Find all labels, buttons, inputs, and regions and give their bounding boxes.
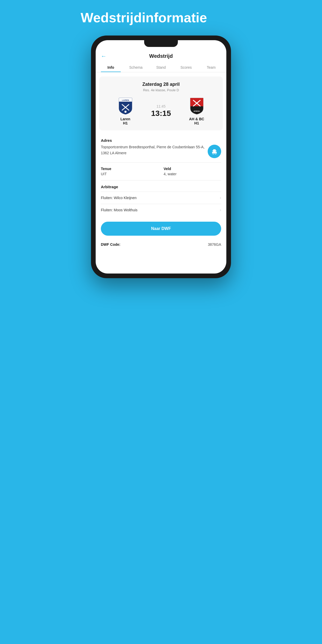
address-row: Topsportcentrum Breedtesporthal, Pierre … <box>101 144 221 158</box>
tenue-col: Tenue UIT <box>101 167 158 176</box>
back-button[interactable]: ← <box>101 53 107 60</box>
dwf-code-value: 3876GA <box>208 242 221 247</box>
arbitrage-label: Arbitrage <box>101 185 221 189</box>
tab-scores[interactable]: Scores <box>173 63 199 72</box>
veld-label: Veld <box>164 167 221 171</box>
match-date: Zaterdag 28 april <box>103 82 219 87</box>
svg-point-4 <box>124 111 127 113</box>
svg-text:LAREN: LAREN <box>122 99 129 101</box>
tab-schema[interactable]: Schema <box>123 63 149 72</box>
veld-col: Veld 4, water <box>164 167 221 176</box>
arbitrage-text-1: Fluiten: Wilco Kleijnen <box>101 196 137 200</box>
tab-bar: Info Schema Stand Scores Team <box>96 63 226 72</box>
home-team-logo: LAREN <box>116 97 135 115</box>
veld-value: 4, water <box>164 172 221 176</box>
dwf-section: Naar DWF <box>96 218 226 239</box>
svg-rect-12 <box>212 151 213 152</box>
match-score: 13:15 <box>151 109 171 118</box>
svg-rect-13 <box>216 151 217 152</box>
chevron-icon-2: › <box>220 208 221 212</box>
match-league: Res. 4e klasse, Poule D <box>103 88 219 92</box>
dwf-button[interactable]: Naar DWF <box>101 222 221 236</box>
svg-point-11 <box>215 153 216 154</box>
car-icon <box>211 148 218 155</box>
match-teams: LAREN Laren H1 11:45 13:15 <box>103 97 219 125</box>
divider-1 <box>101 162 221 163</box>
phone-mockup: ← Wedstrijd Info Schema Stand Scores Tea… <box>91 36 231 278</box>
tab-info[interactable]: Info <box>98 63 123 72</box>
address-section: Adres Topsportcentrum Breedtesporthal, P… <box>96 135 226 162</box>
away-team: ah&bc AH & BC H1 <box>175 97 219 125</box>
screen-title: Wedstrijd <box>149 53 173 59</box>
divider-2 <box>101 180 221 180</box>
svg-text:ah&bc: ah&bc <box>193 110 200 112</box>
arbitrage-item-1[interactable]: Fluiten: Wilco Kleijnen › <box>101 192 221 204</box>
home-team-name: Laren H1 <box>120 117 130 125</box>
page-background-title: Wedstrijdinformatie <box>81 10 241 25</box>
chevron-icon-1: › <box>220 195 221 200</box>
address-label: Adres <box>101 138 221 143</box>
match-time: 11:45 <box>156 104 165 108</box>
phone-notch <box>144 40 178 47</box>
arbitrage-text-2: Fluiten: Moos Wolthuis <box>101 208 137 212</box>
navigate-button[interactable] <box>208 145 221 158</box>
tab-team[interactable]: Team <box>199 63 224 72</box>
phone-screen: ← Wedstrijd Info Schema Stand Scores Tea… <box>96 40 226 274</box>
arbitrage-item-2[interactable]: Fluiten: Moos Wolthuis › <box>101 204 221 216</box>
two-col: Tenue UIT Veld 4, water <box>101 167 221 176</box>
address-text: Topsportcentrum Breedtesporthal, Pierre … <box>101 144 205 156</box>
dwf-code-label: DWF Code: <box>101 242 120 247</box>
dwf-code-row: DWF Code: 3876GA <box>96 239 226 251</box>
arbitrage-section: Arbitrage Fluiten: Wilco Kleijnen › Flui… <box>96 181 226 218</box>
match-card: Zaterdag 28 april Res. 4e klasse, Poule … <box>99 76 223 130</box>
tenue-value: UIT <box>101 172 158 176</box>
tenue-label: Tenue <box>101 167 158 171</box>
home-team: LAREN Laren H1 <box>103 97 147 125</box>
svg-rect-5 <box>190 98 203 106</box>
away-team-logo: ah&bc <box>188 97 206 115</box>
tab-stand[interactable]: Stand <box>149 63 174 72</box>
away-team-name: AH & BC H1 <box>189 117 204 125</box>
svg-point-10 <box>213 153 214 154</box>
tenue-veld-section: Tenue UIT Veld 4, water <box>96 163 226 180</box>
score-block: 11:45 13:15 <box>149 104 173 118</box>
